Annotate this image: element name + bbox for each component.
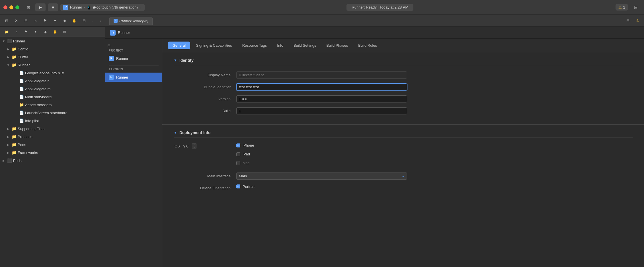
tree-item-assets[interactable]: 📁 Assets.xcassets	[0, 101, 105, 109]
nav-icon1[interactable]: 📁	[2, 28, 11, 36]
tree-item-googleservice[interactable]: 📄 GoogleService-Info.plist	[0, 69, 105, 77]
build-run-button[interactable]: ▶	[35, 3, 46, 11]
nav-forward-button[interactable]: ›	[97, 17, 104, 24]
device-chevron-icon: ⌄	[140, 6, 142, 9]
tree-item-pods-root[interactable]: ▶ ⬛ Pods	[0, 157, 105, 165]
star-button[interactable]: ✦	[51, 17, 59, 24]
ios-version-stepper[interactable]: ▲ ▼	[192, 143, 196, 149]
orientation-checkboxes: Portrait	[236, 184, 407, 192]
file-tab-runner[interactable]: R Runner.xcodeproj	[109, 17, 153, 25]
content-area: R Runner ⊟ PROJECT R Runner TARGETS R Ru…	[105, 27, 644, 267]
identity-section: ▼ Identity Display Name iClickerStudent …	[162, 52, 644, 124]
runner-folder-label: Runner	[18, 63, 30, 67]
main-interface-selected: Main	[239, 174, 247, 178]
device-checkboxes: iPhone iPad Mac	[236, 143, 407, 168]
targets-section-label: TARGETS	[105, 68, 162, 73]
build-input[interactable]	[236, 107, 407, 114]
nav-icon7[interactable]: ⊞	[60, 28, 69, 36]
tree-item-appdelegate-m[interactable]: 📄 AppDelegate.m	[0, 85, 105, 93]
nav-arrows: ‹ ›	[89, 17, 104, 24]
grid-button[interactable]: ⊞	[80, 17, 88, 24]
identity-header: ▼ Identity	[174, 58, 633, 65]
search-button[interactable]: ⌕	[31, 17, 40, 24]
build-row: Build	[174, 107, 633, 115]
mac-checkbox[interactable]	[236, 161, 240, 165]
tree-item-launchscreen[interactable]: 📄 LaunchScreen.storyboard	[0, 109, 105, 117]
iphone-label: iPhone	[243, 143, 254, 147]
ipad-checkbox[interactable]	[236, 152, 240, 156]
panel-project-runner[interactable]: R Runner	[105, 54, 162, 63]
deployment-title: Deployment Info	[179, 130, 211, 135]
panel-divider	[109, 65, 159, 65]
tree-item-config[interactable]: ▶ 📁 Config	[0, 45, 105, 53]
tab-signing[interactable]: Signing & Capabilities	[191, 42, 236, 49]
sidebar-view-button[interactable]: ⊟	[2, 17, 11, 24]
warning-badge[interactable]: ⚠ 2	[616, 4, 628, 11]
tree-item-pods[interactable]: ▶ 📁 Pods	[0, 141, 105, 149]
panel-target-runner[interactable]: R Runner	[105, 73, 162, 82]
portrait-checkbox[interactable]	[236, 184, 240, 188]
tree-item-runner-root[interactable]: ▼ ⬛ Runner	[0, 37, 105, 45]
device-orientation-row: Device Orientation Portrait	[174, 184, 633, 192]
sidebar-toggle-icon[interactable]: ⊟	[24, 3, 33, 11]
diamond-button[interactable]: ◆	[60, 17, 69, 24]
tab-info[interactable]: Info	[272, 42, 288, 49]
tree-item-supporting[interactable]: ▶ 📁 Supporting Files	[0, 125, 105, 133]
nav-icon6[interactable]: ✋	[51, 28, 59, 36]
main-interface-value: Main ⌄	[236, 172, 407, 180]
bundle-id-input[interactable]	[236, 83, 407, 91]
tab-build-settings[interactable]: Build Settings	[289, 42, 321, 49]
tree-item-infoplist[interactable]: 📄 Info.plist	[0, 117, 105, 125]
deployment-section: ▼ Deployment Info iOS 9.0 ▲ ▼	[162, 124, 644, 202]
xcodeproj-icon: R	[114, 19, 118, 23]
iphone-checkbox[interactable]	[236, 143, 240, 147]
device-orientation-label: Device Orientation	[174, 186, 236, 190]
nav-icon4[interactable]: ✦	[31, 28, 40, 36]
infoplist-icon: 📄	[19, 118, 24, 123]
stepper-up[interactable]: ▲	[192, 143, 196, 146]
split-editor-button[interactable]: ⊟	[624, 17, 632, 24]
chevron-flutter: ▶	[6, 56, 10, 59]
version-row: Version	[174, 95, 633, 103]
assets-label: Assets.xcassets	[25, 103, 52, 107]
tree-item-frameworks[interactable]: ▶ 📁 Frameworks	[0, 149, 105, 157]
ios-version-value: 9.0	[183, 144, 188, 148]
scheme-selector[interactable]: R Runner › 📱 iPod touch (7th generation)…	[60, 4, 145, 11]
chevron-frameworks: ▶	[6, 151, 10, 154]
minimize-button[interactable]	[9, 5, 13, 9]
navigator-header: 📁 ⌕ ⚑ ✦ ◆ ✋ ⊞	[0, 27, 105, 37]
stop-button[interactable]: ■	[48, 3, 58, 11]
sidebar-toggle-btn[interactable]: ⊟	[105, 42, 112, 49]
close-button[interactable]	[3, 5, 7, 9]
alert-button[interactable]: ⚑	[41, 17, 50, 24]
tree-item-products[interactable]: ▶ 📁 Products	[0, 133, 105, 141]
tab-general[interactable]: General	[168, 42, 190, 49]
tree-item-runner-folder[interactable]: ▼ 📁 Runner	[0, 61, 105, 69]
cross-button[interactable]: ✕	[12, 17, 20, 24]
supporting-label: Supporting Files	[18, 127, 44, 131]
nav-icon2[interactable]: ⌕	[12, 28, 20, 36]
nav-icon3[interactable]: ⚑	[22, 28, 30, 36]
nav-icon5[interactable]: ◆	[41, 28, 50, 36]
tab-resource-tags[interactable]: Resource Tags	[238, 42, 271, 49]
warning-indicator[interactable]: ⚠	[633, 17, 642, 24]
mac-label: Mac	[243, 161, 250, 165]
nav-back-button[interactable]: ‹	[89, 17, 96, 24]
tree-item-mainstoryboard[interactable]: 📄 Main.storyboard	[0, 93, 105, 101]
project-section-label: PROJECT	[105, 49, 162, 54]
tab-build-phases[interactable]: Build Phases	[322, 42, 352, 49]
tab-build-rules[interactable]: Build Rules	[354, 42, 382, 49]
fullscreen-button[interactable]	[15, 5, 19, 9]
inspector-toggle[interactable]: ⊟	[630, 3, 641, 11]
launchscreen-icon: 📄	[19, 110, 24, 115]
tree-item-appdelegate-h[interactable]: 📄 AppDelegate.h	[0, 77, 105, 85]
tree-item-flutter[interactable]: ▶ 📁 Flutter	[0, 53, 105, 61]
hierarchy-button[interactable]: ⊞	[22, 17, 30, 24]
stepper-down[interactable]: ▼	[192, 146, 196, 149]
main-interface-dropdown[interactable]: Main ⌄	[236, 172, 407, 180]
appdelegate-h-label: AppDelegate.h	[25, 79, 50, 83]
deployment-header: ▼ Deployment Info	[174, 130, 633, 137]
pan-button[interactable]: ✋	[70, 17, 79, 24]
warning-count: 2	[623, 5, 625, 9]
version-input[interactable]	[236, 95, 407, 102]
